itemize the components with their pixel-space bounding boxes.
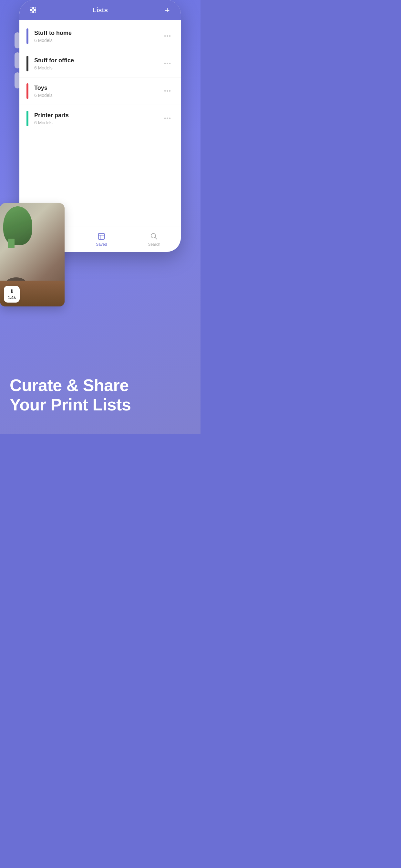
nav-saved[interactable]: Saved bbox=[89, 229, 113, 249]
saved-icon bbox=[97, 232, 106, 241]
svg-rect-4 bbox=[98, 233, 104, 239]
more-options-button[interactable]: ••• bbox=[161, 58, 174, 70]
list-name: Stuff for office bbox=[34, 57, 161, 64]
svg-rect-0 bbox=[30, 7, 32, 9]
lists-list: Stuff to home 6 Models ••• Stuff for off… bbox=[19, 20, 181, 135]
more-options-button[interactable]: ••• bbox=[161, 85, 174, 97]
more-options-button[interactable]: ••• bbox=[161, 30, 174, 42]
list-count: 6 Models bbox=[34, 120, 161, 125]
search-label: Search bbox=[148, 242, 160, 247]
list-count: 6 Models bbox=[34, 93, 161, 98]
svg-rect-3 bbox=[34, 11, 36, 13]
list-info: Toys 6 Models bbox=[34, 85, 161, 98]
background: Lists + Stuff to home 6 Models ••• bbox=[0, 0, 201, 434]
list-color-indicator bbox=[27, 111, 28, 126]
more-options-button[interactable]: ••• bbox=[161, 113, 174, 125]
list-name: Printer parts bbox=[34, 112, 161, 119]
list-icon[interactable] bbox=[27, 4, 39, 16]
list-info: Stuff to home 6 Models bbox=[34, 30, 161, 43]
list-info: Stuff for office 6 Models bbox=[34, 57, 161, 70]
photo-card: ⬇ 1.4k bbox=[0, 203, 65, 306]
list-count: 6 Models bbox=[34, 38, 161, 43]
svg-rect-2 bbox=[30, 11, 32, 13]
list-count: 6 Models bbox=[34, 65, 161, 70]
list-color-indicator bbox=[27, 56, 28, 71]
svg-line-9 bbox=[155, 237, 157, 239]
promo-text-block: Curate & Share Your Print Lists bbox=[10, 376, 191, 414]
search-icon bbox=[150, 232, 158, 241]
saved-label: Saved bbox=[96, 242, 107, 247]
plant-decoration bbox=[3, 206, 32, 245]
add-list-button[interactable]: + bbox=[161, 4, 173, 16]
list-item[interactable]: Printer parts 6 Models ••• bbox=[19, 105, 181, 132]
promo-title-line1: Curate & Share bbox=[10, 376, 191, 395]
nav-search[interactable]: Search bbox=[142, 229, 166, 249]
list-color-indicator bbox=[27, 83, 28, 99]
list-item[interactable]: Stuff to home 6 Models ••• bbox=[19, 23, 181, 50]
list-name: Stuff to home bbox=[34, 30, 161, 36]
download-count: 1.4k bbox=[8, 295, 16, 300]
list-item[interactable]: Stuff for office 6 Models ••• bbox=[19, 50, 181, 78]
download-badge: ⬇ 1.4k bbox=[4, 286, 20, 303]
list-info: Printer parts 6 Models bbox=[34, 112, 161, 125]
header-title: Lists bbox=[92, 6, 108, 14]
app-header: Lists + bbox=[19, 0, 181, 20]
list-item[interactable]: Toys 6 Models ••• bbox=[19, 78, 181, 105]
download-icon: ⬇ bbox=[10, 288, 14, 294]
lists-container: Stuff to home 6 Models ••• Stuff for off… bbox=[19, 20, 181, 226]
promo-title-line2: Your Print Lists bbox=[10, 395, 191, 414]
list-color-indicator bbox=[27, 28, 28, 44]
svg-rect-1 bbox=[34, 7, 36, 9]
list-name: Toys bbox=[34, 85, 161, 91]
